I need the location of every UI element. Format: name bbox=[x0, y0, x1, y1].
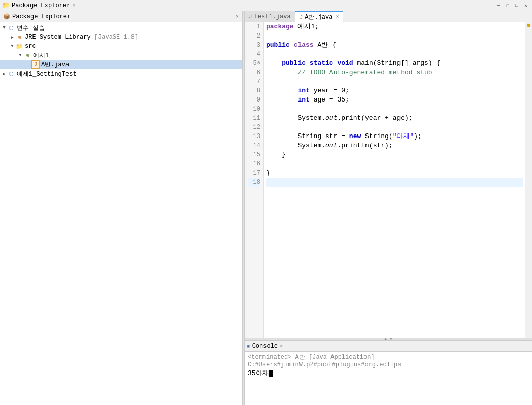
arrow-pkg: ▼ bbox=[17, 53, 23, 58]
ln-7: 7 bbox=[248, 77, 260, 86]
code-line-10 bbox=[266, 105, 523, 114]
ln-6: 6 bbox=[248, 68, 260, 77]
console-output-text: 35아재 bbox=[248, 369, 269, 377]
ln-17: 17 bbox=[248, 168, 260, 178]
code-line-11: System.out.print(year + age); bbox=[266, 114, 523, 123]
console-output: 35아재 bbox=[248, 368, 529, 378]
code-line-13: String str = new String("아재"); bbox=[266, 132, 523, 141]
tree-item-jre[interactable]: ▶ ⊞ JRE System Library [JavaSE-1.8] bbox=[0, 32, 242, 42]
code-line-5: public static void main(String[] args) { bbox=[266, 59, 523, 68]
panel-tab-title: Package Explorer bbox=[12, 13, 71, 20]
ln-10: 10 bbox=[248, 105, 260, 114]
tab-aban-close[interactable]: × bbox=[336, 14, 339, 20]
console-tab-label: Console bbox=[252, 343, 278, 350]
tree-label-src: src bbox=[25, 43, 36, 50]
console-tab-close[interactable]: × bbox=[280, 343, 283, 349]
arrow-root: ▼ bbox=[1, 25, 7, 30]
close-window-icon[interactable]: ✕ bbox=[522, 2, 530, 10]
jre-icon: ⊞ bbox=[15, 33, 23, 41]
tree-label-root: 변수 실습 bbox=[17, 24, 45, 32]
console-tab-bar: ▣ Console × bbox=[245, 341, 532, 352]
package-explorer-tab-bar: 📁 Package Explorer × — ❐ □ ✕ bbox=[0, 0, 532, 11]
code-line-1: package 예시1; bbox=[266, 22, 523, 31]
arrow-src: ▼ bbox=[9, 44, 15, 49]
ln-11: 11 bbox=[248, 114, 260, 123]
code-line-14: System.out.println(str); bbox=[266, 141, 523, 150]
code-line-6: // TODO Auto-generated method stub bbox=[266, 68, 523, 77]
aban-file-icon: J bbox=[300, 14, 303, 20]
tab-test1[interactable]: J Test1.java bbox=[245, 11, 295, 22]
code-line-4 bbox=[266, 50, 523, 59]
bottom-panel: ▣ Console × <terminated> A반 [Java Applic… bbox=[245, 340, 532, 405]
code-line-2 bbox=[266, 31, 523, 41]
right-panel: J Test1.java J A반.java × 1 2 3 4 5⊙ 6 7 … bbox=[245, 11, 532, 405]
arrow-jre: ▶ bbox=[9, 35, 15, 40]
tree-label-jre: JRE System Library [JavaSE-1.8] bbox=[25, 33, 138, 41]
code-line-15: } bbox=[266, 150, 523, 159]
ln-13: 13 bbox=[248, 132, 260, 141]
tree-item-pkg[interactable]: ▼ ⊞ 예시1 bbox=[0, 51, 242, 60]
code-content[interactable]: package 예시1; public class A반 { public st… bbox=[264, 22, 525, 338]
ln-16: 16 bbox=[248, 159, 260, 168]
restore-icon[interactable]: ❐ bbox=[504, 2, 512, 10]
ln-18: 18 bbox=[248, 178, 260, 187]
ln-2: 2 bbox=[248, 31, 260, 41]
code-line-17: } bbox=[266, 168, 523, 178]
tab-aban-label: A반.java bbox=[305, 13, 332, 21]
code-editor: 1 2 3 4 5⊙ 6 7 8 9 10 11 12 13 14 15 16 … bbox=[245, 22, 532, 338]
cursor-blink bbox=[269, 370, 273, 377]
panel-tab-pkg-icon: 📦 bbox=[3, 13, 10, 20]
arrow-proj2: ▶ bbox=[1, 71, 7, 77]
editor-tabs: J Test1.java J A반.java × bbox=[245, 11, 532, 22]
java-icon: J bbox=[31, 60, 40, 69]
panel-tab-actions: × bbox=[235, 14, 239, 20]
panel-icon: 📁 bbox=[2, 2, 10, 9]
tree-item-proj2[interactable]: ▶ ⬡ 예제1_SettingTest bbox=[0, 69, 242, 78]
close-tab-icon[interactable]: × bbox=[72, 3, 76, 9]
scroll-dot bbox=[527, 24, 530, 27]
test1-file-icon: J bbox=[249, 14, 252, 20]
tree-item-root[interactable]: ▼ ⬡ 변수 실습 bbox=[0, 23, 242, 32]
ln-5: 5⊙ bbox=[248, 59, 260, 68]
code-line-12 bbox=[266, 123, 523, 132]
code-line-18 bbox=[266, 178, 523, 187]
proj2-icon: ⬡ bbox=[7, 70, 15, 78]
tree-label-proj2: 예제1_SettingTest bbox=[17, 70, 77, 78]
panel-tab-close[interactable]: × bbox=[235, 14, 239, 20]
scroll-indicator bbox=[525, 22, 532, 338]
minimize-icon[interactable]: — bbox=[494, 2, 503, 10]
console-terminated-text: <terminated> A반 [Java Application] C:#Us… bbox=[248, 353, 529, 368]
console-tab[interactable]: Console bbox=[252, 343, 278, 350]
tree-item-src[interactable]: ▼ 📁 src bbox=[0, 42, 242, 51]
project-icon: ⬡ bbox=[7, 24, 15, 32]
code-line-9: int age = 35; bbox=[266, 95, 523, 105]
ln-3: 3 bbox=[248, 41, 260, 50]
src-icon: 📁 bbox=[15, 42, 23, 50]
tree-item-aban[interactable]: J A반.java bbox=[0, 60, 242, 69]
code-line-7 bbox=[266, 77, 523, 86]
tree-label-aban: A반.java bbox=[41, 60, 69, 69]
pkg-icon: ⊞ bbox=[23, 51, 31, 59]
tab-test1-label: Test1.java bbox=[254, 13, 291, 20]
ln-12: 12 bbox=[248, 123, 260, 132]
code-line-3: public class A반 { bbox=[266, 41, 523, 50]
top-bar-icons: — ❐ □ ✕ bbox=[494, 2, 530, 10]
ln-14: 14 bbox=[248, 141, 260, 150]
left-panel: 📦 Package Explorer × ▼ ⬡ 변수 실습 ▶ ⊞ JRE S… bbox=[0, 11, 242, 405]
console-icon: ▣ bbox=[247, 343, 250, 349]
ln-15: 15 bbox=[248, 150, 260, 159]
code-line-16 bbox=[266, 159, 523, 168]
console-content: <terminated> A반 [Java Application] C:#Us… bbox=[245, 352, 532, 405]
panel-tab: 📦 Package Explorer × bbox=[0, 11, 242, 22]
ln-4: 4 bbox=[248, 50, 260, 59]
ln-1: 1 bbox=[248, 22, 260, 31]
tree-label-pkg: 예시1 bbox=[33, 51, 49, 60]
ln-9: 9 bbox=[248, 95, 260, 105]
tab-aban[interactable]: J A반.java × bbox=[295, 11, 344, 22]
package-explorer-tab-label: Package Explorer bbox=[12, 2, 70, 9]
tree-container: ▼ ⬡ 변수 실습 ▶ ⊞ JRE System Library [JavaSE… bbox=[0, 22, 242, 405]
code-line-8: int year = 0; bbox=[266, 86, 523, 95]
line-numbers: 1 2 3 4 5⊙ 6 7 8 9 10 11 12 13 14 15 16 … bbox=[245, 22, 264, 338]
maximize-icon[interactable]: □ bbox=[513, 2, 521, 10]
ln-8: 8 bbox=[248, 86, 260, 95]
